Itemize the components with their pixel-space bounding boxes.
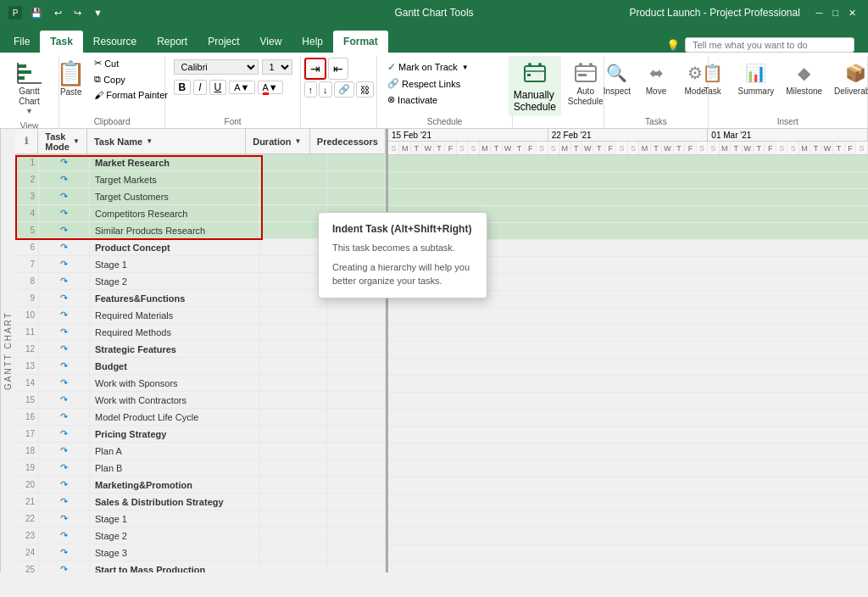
tab-file[interactable]: File (3, 31, 40, 53)
summary-button[interactable]: 📊 Summary (732, 56, 779, 100)
font-color-button[interactable]: A▼ (258, 81, 283, 94)
task-label: Task (704, 86, 721, 97)
th-task-mode: Task Mode ▼ (38, 129, 87, 153)
outdent-task-button[interactable]: ⇤ (328, 58, 348, 80)
gantt-row (388, 528, 868, 545)
task-name-cell: Required Methods (90, 324, 259, 340)
gantt-day-cell: F (605, 142, 616, 154)
tab-task[interactable]: Task (40, 31, 82, 53)
table-row[interactable]: 16 ↷ Model Product Life Cycle (15, 409, 386, 426)
gantt-day-cell: S (388, 142, 399, 154)
manually-schedule-button[interactable]: ManuallySchedule (509, 56, 561, 116)
table-row[interactable]: 14 ↷ Work with Sponsors (15, 375, 386, 392)
copy-button[interactable]: ⧉ Copy (91, 72, 171, 86)
task-duration-cell (259, 426, 327, 442)
close-button[interactable]: ✕ (845, 6, 860, 20)
task-mode-icon: ↷ (60, 479, 68, 490)
underline-button[interactable]: U (209, 80, 227, 95)
task-button[interactable]: 📋 Task (693, 56, 731, 100)
task-mode-icon: ↷ (60, 276, 68, 287)
inactivate-button[interactable]: ⊗ Inactivate (384, 92, 505, 107)
customize-qat-button[interactable]: ▼ (90, 6, 106, 20)
table-row[interactable]: 2 ↷ Target Markets (15, 171, 386, 188)
th-resources: Predecessors (310, 129, 386, 153)
table-row[interactable]: 19 ↷ Plan B (15, 460, 386, 477)
move-button[interactable]: ⬌ Move (637, 56, 675, 100)
table-row[interactable]: 22 ↷ Stage 1 (15, 511, 386, 527)
table-row[interactable]: 3 ↷ Target Customers (15, 188, 386, 205)
row-number: 17 (15, 426, 39, 442)
gantt-day-cell: W (743, 142, 754, 154)
gantt-side-label: GANTT CHART (0, 129, 15, 572)
task-duration-cell (259, 256, 327, 272)
table-row[interactable]: 17 ↷ Pricing Strategy (15, 426, 386, 443)
unlink-button[interactable]: ⛓ (356, 81, 374, 98)
tab-view[interactable]: View (250, 31, 292, 53)
link-button[interactable]: 🔗 (334, 81, 354, 98)
table-row[interactable]: 25 ↷ Start to Mass Production (15, 561, 386, 572)
cut-label: Cut (104, 59, 119, 69)
table-row[interactable]: 23 ↷ Stage 2 (15, 527, 386, 544)
deliverable-button[interactable]: 📦 Deliverable (829, 56, 868, 100)
gantt-row (388, 393, 868, 410)
task-mode-cell: ↷ (39, 494, 90, 510)
table-row[interactable]: 13 ↷ Budget (15, 358, 386, 375)
gantt-day-cell: S (697, 142, 708, 154)
tab-report[interactable]: Report (147, 31, 198, 53)
row-number: 8 (15, 273, 39, 289)
minimize-button[interactable]: ─ (813, 6, 826, 20)
tab-help[interactable]: Help (292, 31, 333, 53)
table-row[interactable]: 12 ↷ Strategic Features (15, 341, 386, 358)
task-duration-cell (259, 171, 327, 187)
font-group-label: Font (225, 115, 242, 128)
highlight-button[interactable]: A▼ (229, 81, 254, 94)
table-row[interactable]: 15 ↷ Work with Contractors (15, 392, 386, 409)
task-name-cell: Stage 1 (90, 511, 259, 527)
cut-button[interactable]: ✂ Cut (91, 56, 171, 70)
table-row[interactable]: 11 ↷ Required Methods (15, 324, 386, 341)
task-duration-cell (259, 222, 327, 238)
gantt-chart-button[interactable]: GanttChart ▼ (11, 56, 48, 120)
move-down-button[interactable]: ↓ (319, 81, 332, 98)
table-row[interactable]: 21 ↷ Sales & Distribution Strategy (15, 494, 386, 511)
redo-button[interactable]: ↪ (70, 6, 85, 20)
task-mode-cell: ↷ (39, 426, 90, 442)
mark-on-track-button[interactable]: ✓ Mark on Track ▼ (384, 59, 505, 75)
inspect-button[interactable]: 🔍 Inspect (598, 56, 636, 100)
tab-resource[interactable]: Resource (83, 31, 147, 53)
format-painter-button[interactable]: 🖌 Format Painter (91, 88, 171, 102)
respect-links-label: Respect Links (402, 79, 460, 89)
paste-button[interactable]: 📋 Paste (53, 56, 89, 100)
main-area: GANTT CHART ℹ Task Mode ▼ Task Name ▼ Du… (0, 129, 868, 572)
milestone-icon: ◆ (791, 59, 818, 86)
indent-task-button[interactable]: ⇥ (304, 58, 326, 80)
milestone-button[interactable]: ◆ Milestone (781, 56, 827, 100)
italic-button[interactable]: I (193, 80, 206, 95)
bold-button[interactable]: B (174, 80, 192, 95)
tab-project[interactable]: Project (198, 31, 249, 53)
gantt-day-cell: S (787, 142, 798, 154)
tab-format[interactable]: Format (333, 31, 388, 53)
gantt-day-cell: W (822, 142, 833, 154)
table-row[interactable]: 24 ↷ Stage 3 (15, 544, 386, 561)
gantt-day-cell: S (616, 142, 627, 154)
table-row[interactable]: 10 ↷ Required Materials (15, 307, 386, 324)
tell-me-input[interactable] (685, 37, 854, 53)
move-up-button[interactable]: ↑ (304, 81, 318, 98)
maximize-button[interactable]: □ (829, 6, 842, 20)
save-button[interactable]: 💾 (27, 6, 46, 20)
row-number: 6 (15, 239, 39, 255)
table-row[interactable]: 20 ↷ Marketing&Promotion (15, 477, 386, 494)
table-header: ℹ Task Mode ▼ Task Name ▼ Duration ▼ Pre… (15, 129, 386, 154)
undo-button[interactable]: ↩ (51, 6, 65, 20)
task-mode-icon: ↷ (60, 428, 68, 439)
gantt-day-cell: S (856, 142, 867, 154)
table-row[interactable]: 18 ↷ Plan A (15, 443, 386, 460)
row-number: 9 (15, 290, 39, 306)
font-size-select[interactable]: 11 (262, 59, 292, 75)
task-duration-cell (259, 239, 327, 255)
font-name-select[interactable]: Calibri (174, 59, 259, 75)
table-row[interactable]: 1 ↷ Market Research (15, 154, 386, 171)
gantt-day-cell: T (810, 142, 821, 154)
respect-links-button[interactable]: 🔗 Respect Links (384, 76, 505, 91)
